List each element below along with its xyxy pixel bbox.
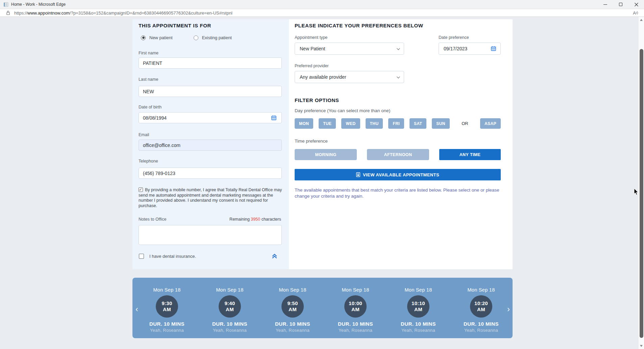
appointment-card[interactable]: Mon Sep 18 9:40AM DUR. 10 MINS Yeah, Ros… — [198, 287, 261, 333]
minimize-button[interactable] — [597, 0, 613, 9]
appointment-type-select[interactable]: New Patient — [295, 43, 404, 55]
notes-header-row: Notes to Office Remaining 3950 character… — [139, 217, 281, 222]
appointment-time-circle[interactable]: 9:40AM — [219, 295, 241, 318]
appointment-provider: Yeah, Roseanna — [261, 328, 324, 333]
first-name-label: First name — [139, 51, 158, 55]
existing-patient-radio[interactable] — [194, 35, 198, 40]
appointment-duration: DUR. 10 MINS — [387, 321, 450, 327]
url-host: www.appointnow.com — [27, 10, 70, 16]
url-path: /?p=3158&o=152&campaignID=&rnd=638304466… — [70, 10, 232, 16]
appointment-provider: Yeah, Roseanna — [135, 328, 198, 333]
time-button-afternoon[interactable]: AFTERNOON — [367, 149, 429, 160]
appointment-provider: Yeah, Roseanna — [450, 328, 513, 333]
insurance-label: I have dental insurance. — [149, 254, 196, 259]
appointment-date: Mon Sep 18 — [198, 287, 261, 293]
appointment-date: Mon Sep 18 — [450, 287, 513, 293]
notes-textarea[interactable] — [139, 225, 282, 245]
chevron-down-icon — [397, 47, 400, 50]
day-button-sun[interactable]: SUN — [432, 118, 450, 129]
appointment-duration: DUR. 10 MINS — [324, 321, 387, 327]
email-label: Email — [139, 132, 149, 137]
window-title: Home - Work - Microsoft Edge — [11, 2, 66, 7]
page-scrollbar[interactable] — [638, 17, 644, 349]
patient-form-panel: THIS APPOINTMENT IS FOR New patient Exis… — [132, 19, 289, 269]
collapse-section-icon[interactable] — [272, 253, 277, 260]
appointment-time-circle[interactable]: 10:10AM — [407, 295, 429, 318]
new-patient-label: New patient — [149, 35, 173, 40]
maximize-icon — [619, 3, 622, 6]
day-button-wed[interactable]: WED — [341, 118, 360, 129]
last-name-label: Last name — [139, 77, 158, 82]
email-input[interactable] — [139, 140, 282, 151]
close-button[interactable] — [628, 0, 644, 9]
tab-favicon-icon — [3, 2, 8, 7]
appointment-card[interactable]: Mon Sep 18 9:50AM DUR. 10 MINS Yeah, Ros… — [261, 287, 324, 333]
filter-options-title: FILTER OPTIONS — [295, 97, 339, 103]
appointment-type-label: Appointment type — [295, 35, 327, 40]
appointment-time-circle[interactable]: 10:00AM — [344, 295, 367, 318]
chevron-down-icon — [397, 75, 400, 78]
appointment-duration: DUR. 10 MINS — [450, 321, 513, 327]
last-name-input[interactable] — [139, 86, 282, 97]
notes-remaining-counter: Remaining 3950 characters — [229, 217, 281, 222]
appointment-time-circle[interactable]: 9:50AM — [281, 295, 304, 318]
time-button-anytime[interactable]: ANY TIME — [439, 149, 501, 160]
close-icon — [635, 3, 638, 6]
day-button-fri[interactable]: FRI — [388, 118, 404, 129]
insurance-checkbox[interactable] — [139, 254, 144, 259]
sms-consent-checkbox[interactable] — [139, 188, 143, 192]
day-button-sat[interactable]: SAT — [410, 118, 426, 129]
day-button-thu[interactable]: THU — [366, 118, 383, 129]
preferences-panel: PLEASE INDICATE YOUR PREFERENCES BELOW A… — [289, 19, 513, 269]
carousel-prev-button[interactable]: ‹ — [133, 305, 140, 314]
appointment-card[interactable]: Mon Sep 18 10:10AM DUR. 10 MINS Yeah, Ro… — [387, 287, 450, 333]
maximize-button[interactable] — [613, 0, 628, 9]
appointment-card[interactable]: Mon Sep 18 10:20AM DUR. 10 MINS Yeah, Ro… — [450, 287, 513, 333]
appointment-date: Mon Sep 18 — [261, 287, 324, 293]
dob-calendar-icon[interactable] — [271, 115, 276, 120]
window-titlebar: Home - Work - Microsoft Edge — [0, 0, 644, 9]
web-page: THIS APPOINTMENT IS FOR New patient Exis… — [0, 17, 644, 349]
day-button-tue[interactable]: TUE — [319, 118, 336, 129]
appointment-date: Mon Sep 18 — [135, 287, 198, 293]
time-button-morning[interactable]: MORNING — [295, 149, 357, 160]
day-button-mon[interactable]: MON — [295, 118, 313, 129]
appointment-date: Mon Sep 18 — [387, 287, 450, 293]
date-preference-calendar-icon[interactable] — [491, 46, 496, 51]
appointment-card[interactable]: Mon Sep 18 10:00AM DUR. 10 MINS Yeah, Ro… — [324, 287, 387, 333]
asap-button[interactable]: ASAP — [480, 118, 501, 129]
appointment-duration: DUR. 10 MINS — [261, 321, 324, 327]
scrollbar-thumb[interactable] — [640, 49, 643, 338]
sms-consent-text: By providing a mobile number, I agree th… — [139, 188, 283, 208]
form-title: THIS APPOINTMENT IS FOR — [139, 23, 211, 28]
appointment-duration: DUR. 10 MINS — [135, 321, 198, 327]
new-patient-radio[interactable] — [141, 35, 146, 40]
url-text[interactable]: https://www.appointnow.com/?p=3158&o=152… — [14, 10, 232, 16]
appointments-carousel: ‹ Mon Sep 18 9:30AM DUR. 10 MINS Yeah, R… — [132, 278, 513, 338]
scroll-down-icon[interactable] — [640, 345, 643, 347]
minimize-icon — [603, 4, 607, 5]
appointment-time-circle[interactable]: 9:30AM — [156, 295, 178, 318]
date-preference-label: Date preference — [439, 35, 469, 40]
telephone-input[interactable] — [139, 168, 282, 179]
url-scheme: https:// — [14, 10, 27, 16]
appointment-provider: Yeah, Roseanna — [387, 328, 450, 333]
read-aloud-icon[interactable]: A — [633, 10, 639, 16]
time-preference-buttons: MORNING AFTERNOON ANY TIME — [295, 149, 501, 160]
appointment-card[interactable]: Mon Sep 18 9:30AM DUR. 10 MINS Yeah, Ros… — [135, 287, 198, 333]
address-bar[interactable]: https://www.appointnow.com/?p=3158&o=152… — [0, 9, 644, 17]
appointment-time-circle[interactable]: 10:20AM — [470, 295, 492, 318]
view-appointments-button[interactable]: VIEW AVAILABLE APPOINTMENTS — [295, 169, 501, 180]
first-name-input[interactable] — [139, 57, 282, 69]
scroll-up-icon[interactable] — [640, 19, 643, 21]
lock-icon[interactable] — [5, 10, 11, 16]
dob-input[interactable] — [139, 112, 282, 123]
appointment-book-icon — [356, 172, 360, 177]
dob-label: Date of birth — [139, 105, 162, 109]
preferences-title: PLEASE INDICATE YOUR PREFERENCES BELOW — [295, 23, 423, 28]
chevron-right-icon: › — [507, 304, 510, 314]
carousel-next-button[interactable]: › — [505, 305, 512, 314]
preferred-provider-label: Preferred provider — [295, 64, 329, 68]
telephone-label: Telephone — [139, 159, 158, 164]
preferred-provider-select[interactable]: Any available provider — [295, 71, 404, 83]
